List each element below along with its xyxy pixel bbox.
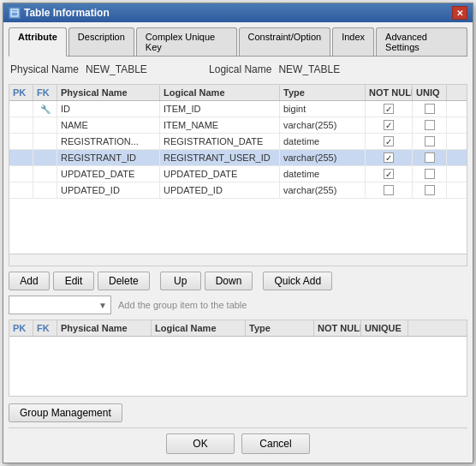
group-table: PK FK Physical Name Logical Name Type NO… — [9, 320, 467, 397]
main-table: PK FK Physical Name Logical Name Type NO… — [9, 84, 467, 266]
tab-description[interactable]: Description — [68, 27, 134, 56]
group-table-header: PK FK Physical Name Logical Name Type NO… — [9, 320, 467, 337]
edit-button[interactable]: Edit — [53, 272, 94, 290]
gcol-not-null: NOT NULL — [314, 320, 361, 336]
main-window: Table Information ✕ Attribute Descriptio… — [3, 3, 473, 463]
quick-add-button[interactable]: Quick Add — [263, 272, 332, 290]
tab-index[interactable]: Index — [332, 27, 374, 56]
fk-cell — [33, 134, 57, 149]
window-icon — [9, 7, 21, 19]
table-row[interactable]: REGISTRANT_IDREGISTRANT_USER_IDvarchar(2… — [9, 150, 467, 166]
chevron-down-icon: ▼ — [98, 301, 107, 310]
pk-cell — [9, 134, 33, 149]
group-hint: Add the group item to the table — [115, 298, 250, 312]
type-cell: varchar(255) — [280, 117, 366, 133]
unique-cell — [413, 101, 447, 116]
table-row[interactable]: UPDATED_IDUPDATED_IDvarchar(255) — [9, 182, 467, 199]
logical-name-cell: ITEM_ID — [160, 101, 280, 116]
horizontal-scrollbar[interactable] — [9, 254, 467, 266]
tab-constraint-option[interactable]: Constraint/Option — [239, 27, 331, 56]
gcol-logical-name: Logical Name — [152, 320, 246, 336]
tab-content: Physical Name NEW_TABLE Logical Name NEW… — [9, 60, 467, 422]
name-row: Physical Name NEW_TABLE Logical Name NEW… — [9, 60, 467, 79]
title-bar: Table Information ✕ — [3, 3, 473, 22]
fk-cell — [33, 166, 57, 182]
not-null-cell — [366, 182, 413, 198]
group-dropdown[interactable]: ▼ — [9, 296, 111, 314]
action-buttons: Add Edit Delete Up Down Quick Add — [9, 272, 467, 290]
physical-name-value: NEW_TABLE — [86, 63, 188, 75]
group-management-row: Group Management — [9, 403, 467, 422]
not-null-cell — [366, 166, 413, 182]
type-cell: datetime — [280, 134, 366, 149]
unique-cell — [413, 117, 447, 133]
col-pk: PK — [9, 85, 33, 100]
col-fk: FK — [33, 85, 57, 100]
group-management-button[interactable]: Group Management — [9, 403, 122, 422]
delete-button[interactable]: Delete — [98, 272, 150, 290]
table-row[interactable]: UPDATED_DATEUPDATED_DATEdatetime — [9, 166, 467, 182]
ok-button[interactable]: OK — [166, 433, 235, 454]
tab-complex-unique-key[interactable]: Complex Unique Key — [136, 27, 237, 56]
col-logical-name: Logical Name — [160, 85, 280, 100]
group-dropdown-row: ▼ Add the group item to the table — [9, 296, 467, 314]
physical-name-cell: ID — [57, 101, 160, 116]
close-button[interactable]: ✕ — [452, 6, 467, 20]
tab-advanced-settings[interactable]: Advanced Settings — [376, 27, 467, 56]
type-cell: varchar(255) — [280, 182, 366, 198]
down-button[interactable]: Down — [205, 272, 253, 290]
tabs-bar: Attribute Description Complex Unique Key… — [9, 27, 467, 57]
fk-cell — [33, 117, 57, 133]
physical-name-cell: REGISTRANT_ID — [57, 150, 160, 165]
not-null-cell — [366, 134, 413, 149]
col-type: Type — [280, 85, 366, 100]
physical-name-label: Physical Name — [10, 63, 79, 75]
type-cell: datetime — [280, 166, 366, 182]
logical-name-cell: ITEM_NAME — [160, 117, 280, 133]
group-table-body — [9, 337, 467, 388]
pk-cell — [9, 150, 33, 165]
fk-cell: 🔧 — [33, 101, 57, 116]
gcol-physical-name: Physical Name — [57, 320, 152, 336]
fk-cell — [33, 182, 57, 198]
logical-name-cell: REGISTRANT_USER_ID — [160, 150, 280, 165]
type-cell: varchar(255) — [280, 150, 366, 165]
pk-cell — [9, 117, 33, 133]
gcol-type: Type — [246, 320, 314, 336]
col-unique: UNIQ — [413, 85, 447, 100]
fk-cell — [33, 150, 57, 165]
gcol-fk: FK — [33, 320, 57, 336]
cancel-button[interactable]: Cancel — [241, 433, 310, 454]
not-null-cell — [366, 101, 413, 116]
pk-cell — [9, 182, 33, 198]
logical-name-cell: UPDATED_DATE — [160, 166, 280, 182]
up-button[interactable]: Up — [160, 272, 201, 290]
table-row[interactable]: REGISTRATION...REGISTRATION_DATEdatetime — [9, 134, 467, 150]
gcol-pk: PK — [9, 320, 33, 336]
gcol-unique: UNIQUE — [361, 320, 408, 336]
not-null-cell — [366, 150, 413, 165]
table-row[interactable]: 🔧IDITEM_IDbigint — [9, 101, 467, 117]
window-title: Table Information — [24, 7, 110, 19]
pk-cell — [9, 166, 33, 182]
logical-name-cell: REGISTRATION_DATE — [160, 134, 280, 149]
pk-cell — [9, 101, 33, 116]
logical-name-label: Logical Name — [209, 63, 271, 75]
type-cell: bigint — [280, 101, 366, 116]
table-row[interactable]: NAMEITEM_NAMEvarchar(255) — [9, 117, 467, 134]
unique-cell — [413, 182, 447, 198]
add-button[interactable]: Add — [9, 272, 50, 290]
svg-rect-0 — [11, 9, 18, 16]
physical-name-cell: UPDATED_ID — [57, 182, 160, 198]
physical-name-cell: UPDATED_DATE — [57, 166, 160, 182]
physical-name-cell: REGISTRATION... — [57, 134, 160, 149]
not-null-cell — [366, 117, 413, 133]
table-header: PK FK Physical Name Logical Name Type NO… — [9, 85, 467, 101]
unique-cell — [413, 134, 447, 149]
tab-attribute[interactable]: Attribute — [9, 27, 67, 57]
logical-name-cell: UPDATED_ID — [160, 182, 280, 198]
col-not-null: NOT NULL — [366, 85, 413, 100]
bottom-buttons: OK Cancel — [9, 427, 467, 457]
col-physical-name: Physical Name — [57, 85, 160, 100]
unique-cell — [413, 150, 447, 165]
